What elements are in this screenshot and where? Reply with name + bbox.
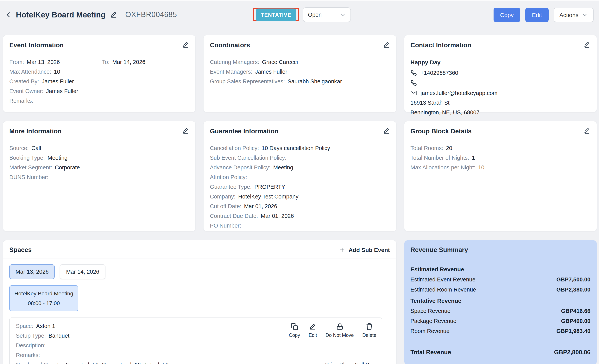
field-row: Contract Due Date:Mar 01, 2026 xyxy=(210,213,390,219)
guests-price-row: Number of Guests:Expected: 10, Guarantee… xyxy=(16,362,376,364)
edit-card-icon[interactable] xyxy=(383,127,390,135)
delete-space-button[interactable]: Delete xyxy=(362,323,376,338)
contact-phone-row xyxy=(410,79,590,86)
add-sub-event-label: Add Sub Event xyxy=(349,247,390,253)
contact-email-row: james.fuller@hotelkeyapp.com xyxy=(410,90,590,96)
lock-icon xyxy=(336,323,343,330)
edit-card-icon[interactable] xyxy=(182,127,189,135)
plus-icon xyxy=(339,247,345,253)
revenue-row: Room RevenueGBP1,983.40 xyxy=(410,328,590,334)
field-row: Event Managers:James Fuller xyxy=(210,69,390,75)
date-tab-mar-13[interactable]: Mar 13, 2026 xyxy=(9,264,55,279)
event-detail-page: HotelKey Board Meeting OXFBR004685 TENTA… xyxy=(0,0,599,364)
field-row: Created By:James Fuller xyxy=(9,78,189,85)
actions-button[interactable]: Actions xyxy=(554,8,594,22)
spaces-title: Spaces xyxy=(9,246,32,253)
field-row: Group Sales Representatives:Saurabh Shel… xyxy=(210,78,390,85)
total-revenue-row: Total Revenue GBP2,800.06 xyxy=(404,342,597,363)
contact-phone-row: +14029687360 xyxy=(410,69,590,76)
phone-icon xyxy=(410,80,417,86)
field-row: Total Rooms:20 xyxy=(410,145,590,152)
edit-card-icon[interactable] xyxy=(583,127,590,135)
field-row: Max Allocations per Night:10 xyxy=(410,164,590,171)
copy-space-button[interactable]: Copy xyxy=(289,323,300,338)
revenue-row: Estimated Event RevenueGBP7,500.00 xyxy=(410,276,590,283)
contact-name: Happy Day xyxy=(410,59,590,66)
status-badge: TENTATIVE xyxy=(256,9,296,21)
status-highlight-box: TENTATIVE xyxy=(253,8,300,21)
phone-icon xyxy=(410,69,417,76)
field-row: Remarks: xyxy=(9,98,189,104)
pencil-icon xyxy=(309,323,317,330)
space-card: Copy Edit Do Not Move xyxy=(9,318,382,364)
field-row: Event Owner:James Fuller xyxy=(9,88,189,95)
space-card-actions: Copy Edit Do Not Move xyxy=(289,323,377,338)
status-dropdown[interactable]: Open xyxy=(303,7,351,22)
coordinators-card: Coordinators Catering Managers:Grace Car… xyxy=(204,35,396,112)
back-icon[interactable] xyxy=(5,11,12,19)
status-dropdown-value: Open xyxy=(308,12,322,18)
edit-button[interactable]: Edit xyxy=(525,8,549,22)
revenue-summary-title: Revenue Summary xyxy=(410,246,468,253)
field-row: Sub Event Cancellation Policy: xyxy=(210,155,390,161)
contact-address-line2: Bennington, NE, US, 68007 xyxy=(410,109,590,115)
revenue-summary-panel: Revenue Summary Estimated Revenue Estima… xyxy=(404,240,597,364)
group-block-details-card: Group Block Details Total Rooms:20 Total… xyxy=(404,121,597,231)
mail-icon xyxy=(410,90,417,96)
card-title: More Information xyxy=(9,127,62,135)
copy-icon xyxy=(291,323,298,330)
trash-icon xyxy=(366,323,373,330)
field-row: Guarantee Type:PROPERTY xyxy=(210,184,390,190)
edit-card-icon[interactable] xyxy=(383,41,390,49)
card-title: Coordinators xyxy=(210,41,250,49)
price-plan-value: Full Day xyxy=(355,362,376,364)
contact-information-card: Contact Information Happy Day +140296873… xyxy=(404,35,597,112)
event-information-card: Event Information From:Mar 13, 2026 To:M… xyxy=(3,35,196,112)
sub-event-chip[interactable]: HotelKey Board Meeting 08:00 - 17:00 xyxy=(9,285,78,311)
field-row: Description: xyxy=(16,342,376,349)
more-information-card: More Information Source:Call Booking Typ… xyxy=(3,121,196,231)
field-row: PO Number: xyxy=(210,223,390,229)
add-sub-event-button[interactable]: Add Sub Event xyxy=(339,247,390,253)
do-not-move-button[interactable]: Do Not Move xyxy=(326,323,354,338)
field-row: Total Number of Nights:1 xyxy=(410,155,590,161)
top-bar: HotelKey Board Meeting OXFBR004685 TENTA… xyxy=(0,1,599,28)
copy-button[interactable]: Copy xyxy=(493,8,520,22)
field-row: Market Segment:Corporate xyxy=(9,164,189,171)
tentative-revenue-heading: Tentative Revenue xyxy=(410,297,590,304)
sub-event-name: HotelKey Board Meeting xyxy=(14,290,74,296)
field-row: Booking Type:Meeting xyxy=(9,155,189,161)
contact-phone: +14029687360 xyxy=(421,69,458,76)
edit-space-button[interactable]: Edit xyxy=(308,323,317,338)
edit-card-icon[interactable] xyxy=(182,41,189,49)
field-row: Attrition Policy: xyxy=(210,174,390,181)
field-row: Cancellation Policy:10 Days cancellation… xyxy=(210,145,390,152)
card-title: Group Block Details xyxy=(410,127,471,135)
field-row: Advance Deposit Policy:Meeting xyxy=(210,164,390,171)
chevron-down-icon xyxy=(582,12,588,18)
event-code: OXFBR004685 xyxy=(125,10,177,19)
field-row: DUNS Number: xyxy=(9,174,189,181)
card-title: Event Information xyxy=(9,41,64,49)
sub-event-time: 08:00 - 17:00 xyxy=(14,300,74,306)
page-title: HotelKey Board Meeting xyxy=(16,10,106,19)
revenue-row: Space RevenueGBP416.66 xyxy=(410,308,590,314)
chevron-down-icon xyxy=(340,12,346,18)
spaces-panel: Spaces Add Sub Event Mar 13, 2026 Mar 14… xyxy=(3,240,396,364)
card-title: Contact Information xyxy=(410,41,471,49)
total-revenue-value: GBP2,800.06 xyxy=(554,349,590,356)
price-plan-label: Price Plan: xyxy=(325,362,352,364)
field-row: Remarks: xyxy=(16,352,376,359)
date-tab-mar-14[interactable]: Mar 14, 2026 xyxy=(60,264,106,279)
contact-email: james.fuller@hotelkeyapp.com xyxy=(421,90,497,96)
contact-address-line1: 16913 Sarah St xyxy=(410,100,590,106)
edit-card-icon[interactable] xyxy=(583,41,590,49)
top-bar-right: Copy Edit Actions xyxy=(351,8,594,22)
edit-title-icon[interactable] xyxy=(110,11,117,19)
field-row: Max Attendance:10 xyxy=(9,69,189,75)
field-row: Company:HotelKey Test Company xyxy=(210,193,390,200)
field-row: From:Mar 13, 2026 To:Mar 14, 2026 xyxy=(9,59,189,66)
date-tabs: Mar 13, 2026 Mar 14, 2026 xyxy=(9,264,390,279)
field-row: Source:Call xyxy=(9,145,189,152)
main-grid: Event Information From:Mar 13, 2026 To:M… xyxy=(0,28,599,364)
